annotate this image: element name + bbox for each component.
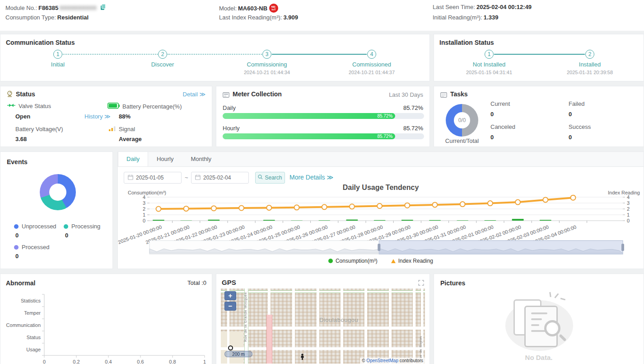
tab-hourly[interactable]: Hourly	[148, 152, 182, 166]
more-details-link[interactable]: More Details ≫	[289, 174, 333, 181]
tasks-donut-center: 0/0	[458, 117, 466, 123]
hourly-label: Hourly	[223, 125, 240, 132]
gps-panel: GPS Dioulabougou Rue de la Grande Mosqué…	[216, 274, 430, 364]
map-street	[317, 288, 319, 364]
last-index-row: Last Index Reading(m³): 3.909	[219, 14, 298, 21]
step-label: Discover	[122, 61, 203, 68]
step-circle: 1	[53, 50, 62, 59]
search-button-label: Search	[265, 175, 282, 181]
svg-text:2: 2	[627, 206, 630, 212]
hourly-pct: 85.72%	[403, 125, 423, 132]
tasks-panel: Tasks 0/0 Current/Total Current 0 Failed…	[434, 86, 644, 147]
step-label: Initial	[17, 61, 98, 68]
svg-text:Status: Status	[27, 335, 41, 340]
last-seen-value: 2025-02-04 00:12:49	[476, 4, 532, 10]
copy-icon[interactable]	[100, 4, 106, 12]
map-street	[268, 288, 271, 315]
nbiot-badge-line2: IoT	[272, 8, 276, 11]
events-donut-chart	[40, 174, 76, 210]
map-marker-meter[interactable]	[300, 354, 304, 362]
history-link[interactable]: History ≫	[84, 113, 111, 120]
svg-text:0.4: 0.4	[105, 359, 112, 364]
module-no-redacted: 0000000000	[60, 5, 97, 11]
svg-text:Temper: Temper	[24, 310, 41, 316]
unprocessed-label: Unprocessed	[22, 223, 56, 230]
step-circle: 2	[158, 50, 167, 59]
usage-panel: Daily Hourly Monthly 2025-01-05 ~ 2025-0…	[117, 151, 644, 269]
comm-step-commissioned: 4 Commissioned 2024-10-21 01:44:37	[331, 50, 412, 75]
model-value: MA603-NB	[238, 5, 267, 12]
hourly-progress-label: 85.72%	[377, 134, 392, 139]
battery-icon	[107, 103, 120, 110]
valve-status-row: Valve Status	[7, 103, 51, 109]
magnifier-icon	[544, 320, 560, 336]
zoom-in-button[interactable]: +	[224, 291, 236, 300]
date-to-value: 2025-02-04	[203, 175, 231, 181]
communication-status-panel: Communication Status 1 Initial 2 Discove…	[0, 34, 430, 81]
map-attribution: © OpenStreetMap contributors	[360, 358, 425, 364]
consumption-type-label: Consumption Type:	[5, 14, 56, 21]
battery-pct-label: Battery Percentage(%)	[122, 103, 182, 110]
map-street	[389, 288, 392, 364]
step-circle: 3	[262, 50, 271, 59]
legend-index-reading[interactable]: Index Reading	[391, 258, 433, 264]
legend-consumption-label: Consumption(m³)	[336, 258, 378, 264]
datazoom-handle-right[interactable]	[621, 244, 624, 251]
events-legend-processed[interactable]: Processed	[14, 244, 49, 251]
gps-map[interactable]: Dioulabougou Rue de la Grande Mosquée Ru…	[221, 288, 425, 364]
map-street-label-mosquee: Rue de la Grande Mosquée	[243, 291, 247, 342]
map-place-label: Dioulabougou	[319, 317, 358, 323]
legend-consumption[interactable]: Consumption(m³)	[328, 258, 378, 264]
valve-icon	[7, 103, 16, 109]
step-label: Commissioned	[331, 61, 412, 68]
processing-value: 0	[65, 232, 68, 239]
tasks-donut-chart: 0/0	[446, 104, 478, 137]
status-panel: Status Detail ≫ Valve Status Open Histor…	[0, 86, 212, 147]
battery-pct-value: 88%	[119, 113, 131, 120]
step-circle: 1	[485, 50, 494, 59]
search-button[interactable]: Search	[255, 172, 285, 184]
events-legend-processing[interactable]: Processing	[64, 223, 100, 230]
map-street	[221, 326, 425, 330]
datazoom-selection[interactable]	[379, 241, 623, 254]
model-row: Model:MA603-NB NB- IoT	[219, 4, 278, 13]
events-panel: Events Unprocessed 0 Processing 0 Proces…	[0, 151, 113, 269]
processed-value: 0	[15, 253, 19, 260]
svg-text:0: 0	[627, 218, 630, 223]
abnormal-total: Total :0	[187, 279, 206, 286]
svg-text:2: 2	[143, 206, 145, 212]
hourly-progress-fill: 85.72%	[223, 133, 395, 139]
date-to-input[interactable]: 2025-02-04	[191, 172, 249, 184]
attribution-osm-link[interactable]: OpenStreetMap	[366, 358, 398, 363]
step-time: 2024-10-21 01:44:34	[226, 70, 308, 75]
hourly-progress-bar: 85.72%	[223, 133, 424, 139]
gps-title: GPS	[222, 279, 236, 286]
comm-step-initial: 1 Initial	[17, 50, 98, 75]
collection-period: Last 30 Days	[389, 91, 423, 98]
daily-pct: 85.72%	[403, 104, 423, 111]
sparkle-icon	[549, 292, 551, 297]
signal-label: Signal	[119, 126, 135, 132]
fullscreen-icon[interactable]	[418, 279, 424, 288]
valve-status-value: Open	[15, 113, 30, 120]
svg-text:0: 0	[143, 218, 145, 223]
svg-text:Communication: Communication	[6, 322, 41, 328]
events-legend-unprocessed[interactable]: Unprocessed	[14, 223, 56, 230]
tasks-canceled-label: Canceled	[490, 123, 515, 130]
date-from-input[interactable]: 2025-01-05	[124, 172, 182, 184]
map-street-label-sopim: Rue de Sopim	[419, 330, 423, 362]
consumption-type-value: Residential	[57, 14, 89, 21]
zoom-out-button[interactable]: −	[224, 302, 236, 311]
map-street	[221, 290, 425, 293]
daily-progress-label: 85.72%	[377, 113, 392, 118]
tab-daily[interactable]: Daily	[118, 152, 148, 166]
device-dashboard: Module No.:F863850000000000 Consumption …	[0, 0, 644, 364]
detail-link[interactable]: Detail ≫	[183, 91, 205, 98]
svg-text:1: 1	[203, 359, 206, 364]
install-step-not-installed: 1 Not Installed 2025-01-15 04:31:41	[448, 50, 530, 75]
datazoom-handle-left[interactable]	[378, 244, 380, 251]
initial-reading-value: 1.339	[484, 14, 499, 21]
meter-collection-title: Meter Collection	[233, 90, 282, 98]
step-label: Commissioning	[226, 61, 308, 68]
tab-monthly[interactable]: Monthly	[182, 152, 220, 166]
